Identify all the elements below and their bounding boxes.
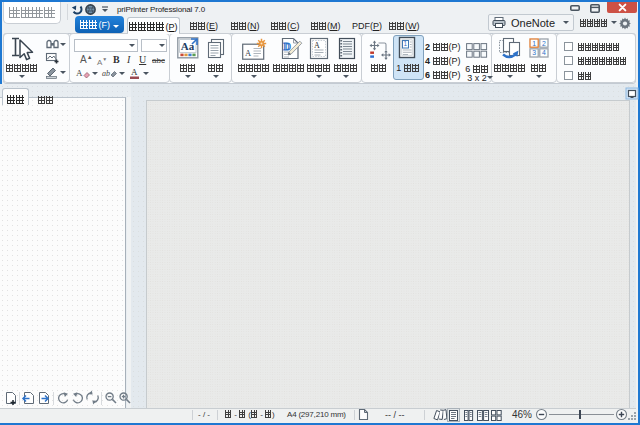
svg-text:A: A	[245, 48, 252, 58]
svg-text:A: A	[131, 67, 138, 77]
svg-text:Aa: Aa	[181, 40, 195, 52]
svg-text:ab: ab	[102, 69, 110, 78]
svg-text:D: D	[284, 41, 291, 52]
svg-text:A: A	[76, 68, 83, 78]
svg-text:4: 4	[542, 49, 546, 56]
svg-text:2: 2	[542, 40, 546, 47]
svg-text:A: A	[314, 41, 320, 50]
svg-text:3: 3	[532, 49, 536, 56]
svg-text:1: 1	[532, 40, 536, 47]
svg-text:1: 1	[404, 40, 408, 47]
